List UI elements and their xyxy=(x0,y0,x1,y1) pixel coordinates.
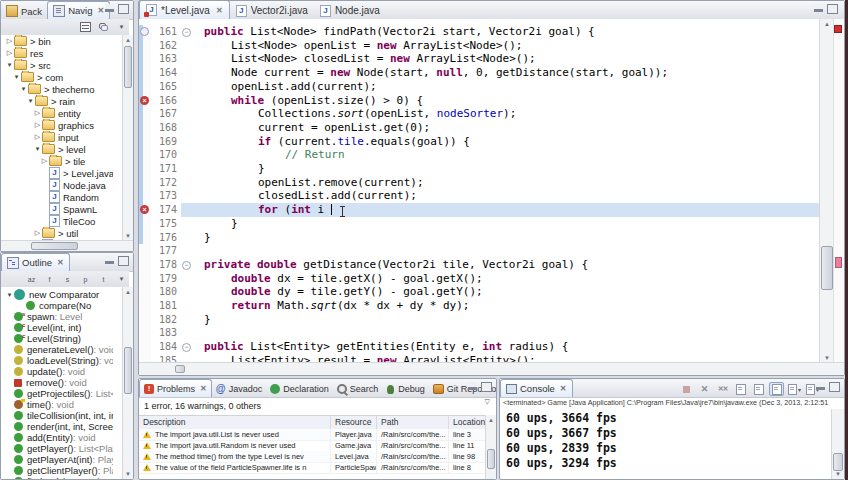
expanded-arrow-icon[interactable]: ▾ xyxy=(33,145,42,153)
outline-item-render-int-int-screen[interactable]: render(int, int, Screen xyxy=(1,421,113,432)
scroll-up-icon[interactable]: ▲ xyxy=(123,287,133,297)
maximize-icon[interactable] xyxy=(118,4,129,14)
collapsed-arrow-icon[interactable]: ▷ xyxy=(40,157,49,165)
code-line-172[interactable]: openList.remove(current); xyxy=(189,176,820,190)
tree-item-level[interactable]: ▾> level xyxy=(1,143,113,155)
editor-hscrollbar[interactable] xyxy=(139,362,844,375)
outline-vscrollbar[interactable]: ▲ ▼ xyxy=(122,287,133,479)
code-line-178[interactable]: private double getDistance(Vector2i tile… xyxy=(189,258,820,272)
code-line-181[interactable]: return Math.sqrt(dx * dx + dy * dy); xyxy=(189,299,820,313)
tab-navig[interactable]: Navig✕ xyxy=(47,1,110,19)
console-vscrollbar[interactable]: ▼ xyxy=(831,409,844,479)
close-icon[interactable]: ✕ xyxy=(216,6,223,15)
scroll-lock-icon[interactable] xyxy=(751,382,766,396)
minimize-icon[interactable] xyxy=(105,256,114,264)
outline-item-new-comparator[interactable]: ▾new Comparator xyxy=(1,289,113,300)
column-header-path[interactable]: Path xyxy=(377,416,449,429)
hide-static-members-icon[interactable]: s xyxy=(60,272,75,286)
tab-problems[interactable]: Problems✕ xyxy=(139,379,212,397)
code-line-171[interactable]: } xyxy=(189,162,820,176)
tab-outline[interactable]: Outline✕ xyxy=(1,253,70,271)
tree-item-rain[interactable]: ▾> rain xyxy=(1,95,113,107)
tree-item-thecherno[interactable]: ▾> thecherno xyxy=(1,83,113,95)
outline-item-getclientplayer[interactable]: getClientPlayer() : Pla xyxy=(1,465,113,476)
tree-item-entity[interactable]: ▷entity xyxy=(1,107,113,119)
collapsed-arrow-icon[interactable]: ▷ xyxy=(5,37,14,45)
outline-item-level-int-int[interactable]: cLevel(int, int) xyxy=(1,322,113,333)
column-header-resource[interactable]: Resource xyxy=(331,416,377,429)
tab-vector2i-java[interactable]: JVector2i.java xyxy=(230,2,314,19)
scroll-up-icon[interactable]: ▲ xyxy=(820,19,834,29)
code-line-162[interactable]: List<Node> openList = new ArrayList<Node… xyxy=(189,39,820,53)
remove-all-launches-icon[interactable]: ✕✕ xyxy=(715,382,730,396)
tree-item-src[interactable]: ▾> src xyxy=(1,59,113,71)
tree-item-util[interactable]: ▷> util xyxy=(1,227,113,239)
tree-item-res[interactable]: ▷res xyxy=(1,47,113,59)
minimize-icon[interactable] xyxy=(468,382,477,390)
outline-item-remove[interactable]: remove() : void xyxy=(1,377,113,388)
maximize-icon[interactable] xyxy=(827,4,838,14)
tab-node-java[interactable]: JNode.java xyxy=(314,2,386,19)
tree-item-bin[interactable]: ▷> bin xyxy=(1,35,113,47)
outline-item-level-string[interactable]: cLevel(String) xyxy=(1,333,113,344)
tab-declaration[interactable]: Declaration xyxy=(266,381,333,397)
code-line-166[interactable]: while (openList.size() > 0) { xyxy=(189,94,820,108)
column-header-location[interactable]: Location xyxy=(449,416,488,429)
problems-vscrollbar[interactable]: ▲ xyxy=(485,415,496,479)
hide-non-public-icon[interactable]: p xyxy=(78,272,93,286)
tree-item-spawnl[interactable]: JSpawnL xyxy=(1,203,113,215)
outline-item-update[interactable]: update() : void xyxy=(1,366,113,377)
view-menu-icon[interactable]: ▾ xyxy=(114,272,129,286)
collapse-all-icon[interactable] xyxy=(78,20,93,34)
code-editor[interactable]: ×× 1611621631641651661671681691701711721… xyxy=(139,19,844,363)
tree-item-tilecoo[interactable]: JTileCoo xyxy=(1,215,113,227)
outline-item-getplayer[interactable]: getPlayer() : List<Play xyxy=(1,443,113,454)
close-icon[interactable]: ✕ xyxy=(560,384,567,393)
scroll-up-icon[interactable]: ▲ xyxy=(123,35,133,45)
remove-launch-icon[interactable]: ✕ xyxy=(697,382,712,396)
expanded-arrow-icon[interactable]: ▾ xyxy=(26,97,35,105)
code-line-163[interactable]: List<Node> closedList = new ArrayList<No… xyxy=(189,52,820,66)
collapsed-arrow-icon[interactable]: ▷ xyxy=(33,109,42,117)
tab-search[interactable]: Search xyxy=(333,381,383,397)
outline-item-compare-no[interactable]: compare(No xyxy=(1,300,113,311)
tree-item-graphics[interactable]: ▷graphics xyxy=(1,119,113,131)
scroll-thumb[interactable] xyxy=(487,449,495,469)
code-line-165[interactable]: openList.add(current); xyxy=(189,80,820,94)
minimize-icon[interactable] xyxy=(105,4,114,12)
link-with-editor-icon[interactable] xyxy=(96,20,111,34)
code-line-167[interactable]: Collections.sort(openList, nodeSorter); xyxy=(189,107,820,121)
scroll-up-icon[interactable]: ▲ xyxy=(486,415,496,425)
tree-item-node-java[interactable]: JNode.java xyxy=(1,179,113,191)
hide-fields-icon[interactable]: f xyxy=(42,272,57,286)
code-line-169[interactable]: if (current.tile.equals(goal)) { xyxy=(189,135,820,149)
expanded-arrow-icon[interactable]: ▾ xyxy=(5,291,14,299)
code-line-176[interactable]: } xyxy=(189,231,820,245)
occurrence-marker-icon[interactable] xyxy=(835,257,842,268)
scroll-thumb[interactable] xyxy=(175,365,185,373)
outline-item-getplayerat-int[interactable]: getPlayerAt(int) : Play xyxy=(1,454,113,465)
collapsed-arrow-icon[interactable]: ▷ xyxy=(5,49,14,57)
outline-item-add-entity[interactable]: add(Entity) : void xyxy=(1,432,113,443)
code-line-161[interactable]: public List<Node> findPath(Vector2i star… xyxy=(189,25,820,39)
hide-local-types-icon[interactable]: t xyxy=(96,272,111,286)
outline-item-loadlevel-string[interactable]: loadLevel(String) : void xyxy=(1,355,113,366)
expanded-arrow-icon[interactable]: ▾ xyxy=(19,85,28,93)
tab-level-java[interactable]: J*Level.java✕ xyxy=(139,1,230,19)
outline-item-tilecollision-int-int-in[interactable]: tileCollision(int, int, in xyxy=(1,410,113,421)
code-line-180[interactable]: double dy = tile.getY() - goal.getY(); xyxy=(189,285,820,299)
expanded-arrow-icon[interactable]: ▾ xyxy=(5,61,14,69)
terminate-icon[interactable] xyxy=(679,382,694,396)
scroll-thumb[interactable] xyxy=(124,347,132,394)
code-line-182[interactable]: } xyxy=(189,313,820,327)
code-line-175[interactable]: } xyxy=(189,217,820,231)
outline-item-findpath-vector2i-vec[interactable]: findPath(Vector2i, Vec xyxy=(1,476,113,479)
expanded-arrow-icon[interactable]: ▾ xyxy=(12,73,21,81)
code-line-174[interactable]: for (int i xyxy=(189,203,820,217)
navigator-vscrollbar[interactable]: ▲ ▼ xyxy=(122,35,133,241)
display-selected-console-icon[interactable]: ▾ xyxy=(787,382,802,396)
code-line-173[interactable]: closedList.add(current); xyxy=(189,189,820,203)
outline-item-getprojectiles[interactable]: getProjectiles() : List< xyxy=(1,388,113,399)
tree-item-random[interactable]: JRandom xyxy=(1,191,113,203)
code-line-170[interactable]: // Return xyxy=(189,148,820,162)
